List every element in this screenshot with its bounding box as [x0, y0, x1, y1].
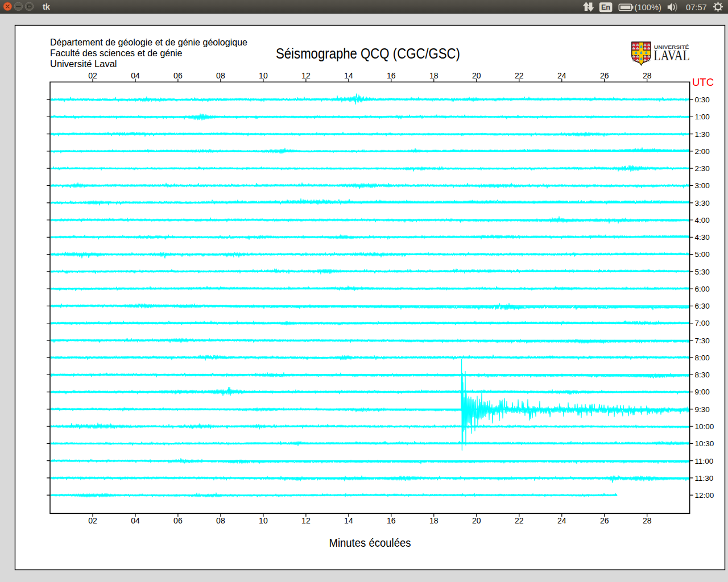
svg-text:06: 06 — [173, 516, 183, 525]
svg-text:02: 02 — [88, 516, 97, 525]
svg-text:4:00: 4:00 — [695, 216, 710, 225]
svg-text:9:30: 9:30 — [695, 405, 710, 414]
svg-text:11:30: 11:30 — [695, 474, 714, 483]
svg-text:8:30: 8:30 — [695, 371, 710, 379]
svg-text:LAVAL: LAVAL — [653, 48, 690, 63]
svg-text:11:00: 11:00 — [695, 457, 714, 465]
svg-text:5:30: 5:30 — [695, 268, 710, 276]
svg-text:7:30: 7:30 — [695, 336, 710, 345]
svg-text:UTC: UTC — [692, 76, 714, 88]
svg-text:16: 16 — [387, 516, 396, 525]
svg-text:10: 10 — [259, 516, 268, 525]
svg-text:1:00: 1:00 — [695, 113, 710, 121]
svg-text:26: 26 — [600, 516, 609, 525]
svg-text:Département de géologie et de: Département de géologie et de génie géol… — [50, 38, 247, 47]
svg-text:28: 28 — [643, 516, 652, 525]
svg-text:5:00: 5:00 — [695, 250, 710, 259]
svg-text:10:30: 10:30 — [695, 439, 714, 448]
svg-text:12:00: 12:00 — [695, 491, 714, 500]
svg-text:08: 08 — [216, 516, 225, 525]
svg-text:9:00: 9:00 — [695, 388, 710, 396]
svg-text:6:00: 6:00 — [695, 285, 710, 293]
svg-text:Faculté des sciences et de gén: Faculté des sciences et de génie — [50, 48, 183, 58]
svg-text:3:30: 3:30 — [695, 199, 710, 207]
svg-text:6:30: 6:30 — [695, 302, 710, 310]
svg-text:22: 22 — [515, 516, 524, 525]
svg-text:Minutes écoulées: Minutes écoulées — [329, 536, 411, 549]
svg-text:10:00: 10:00 — [695, 422, 714, 431]
svg-text:14: 14 — [344, 516, 353, 525]
svg-text:Séismographe QCQ (CGC/GSC): Séismographe QCQ (CGC/GSC) — [276, 45, 460, 61]
svg-text:4:30: 4:30 — [695, 233, 710, 242]
svg-text:0:30: 0:30 — [695, 95, 710, 104]
svg-text:2:30: 2:30 — [695, 164, 710, 173]
svg-text:04: 04 — [131, 516, 140, 525]
svg-text:1:30: 1:30 — [695, 130, 710, 139]
svg-text:7:00: 7:00 — [695, 319, 710, 327]
svg-text:12: 12 — [301, 516, 311, 525]
svg-text:20: 20 — [472, 516, 481, 525]
svg-text:18: 18 — [429, 516, 439, 525]
svg-text:2:00: 2:00 — [695, 147, 710, 156]
svg-text:8:00: 8:00 — [695, 354, 710, 362]
svg-text:Université Laval: Université Laval — [50, 59, 117, 69]
svg-text:24: 24 — [557, 516, 566, 525]
svg-text:3:00: 3:00 — [695, 181, 710, 190]
